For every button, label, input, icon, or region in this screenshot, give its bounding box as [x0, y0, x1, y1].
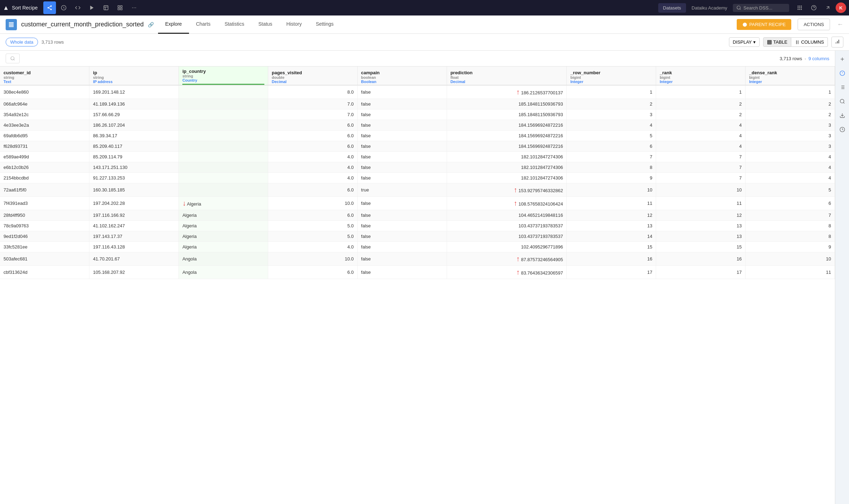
parent-recipe-button[interactable]: PARENT RECIPE [737, 19, 792, 30]
col-meaning-campain[interactable]: Boolean [361, 80, 443, 84]
data-table-wrapper[interactable]: customer_id string Text ip string IP add… [0, 67, 835, 504]
table-cell: 10.0 [268, 252, 357, 266]
nav-play-icon[interactable] [86, 1, 98, 14]
table-cell: 3 [746, 131, 835, 141]
table-cell: 3 [567, 109, 656, 120]
columns-view-button[interactable]: COLUMNS [791, 37, 828, 47]
nav-share-icon[interactable] [43, 1, 56, 14]
sidebar-clock-icon[interactable] [837, 124, 848, 135]
table-cell: 197.116.43.128 [89, 242, 179, 252]
col-meaning-customer_id[interactable]: Text [4, 80, 86, 84]
table-row: 354a92e12c157.66.66.297.0false185.184811… [0, 109, 835, 120]
table-cell: e589ae499d [0, 152, 89, 162]
table-cell: false [357, 242, 447, 252]
dataset-link-icon[interactable]: 🔗 [148, 22, 154, 27]
table-cell: 6.0 [268, 183, 357, 197]
tab-explore[interactable]: Explore [158, 15, 189, 34]
col-header-campain[interactable]: campain boolean Boolean [357, 67, 447, 85]
table-cell: 5 [746, 183, 835, 197]
col-header-ip[interactable]: ip string IP address [89, 67, 179, 85]
sort-arrow-up: ↑ [516, 88, 520, 96]
sidebar-list-icon[interactable] [837, 82, 848, 93]
table-cell: false [357, 109, 447, 120]
table-icon [767, 40, 772, 45]
table-view-button[interactable]: TABLE [763, 37, 791, 47]
table-cell: 1 [567, 85, 656, 99]
table-cell: false [357, 162, 447, 173]
nav-apps-icon[interactable] [793, 1, 806, 14]
table-header: customer_id string Text ip string IP add… [0, 67, 835, 85]
col-header-customer_id[interactable]: customer_id string Text [0, 67, 89, 85]
nav-help-icon[interactable] [807, 1, 820, 14]
svg-line-44 [14, 59, 15, 61]
svg-rect-17 [799, 6, 800, 7]
col-type-pages_visited: double [272, 75, 354, 80]
sidebar-search-icon[interactable] [837, 96, 848, 107]
table-cell: ↑ 87.87573246564905 [447, 252, 567, 266]
whole-data-button[interactable]: Whole data [6, 38, 38, 46]
nav-arrow-icon[interactable] [822, 1, 834, 14]
col-meaning-_dense_rank[interactable]: Integer [749, 80, 831, 84]
table-row: 78c9a0976341.102.162.247Algeria5.0false1… [0, 221, 835, 231]
nav-grid-icon[interactable] [114, 1, 126, 14]
table-cell: 4 [746, 173, 835, 183]
tab-history[interactable]: History [279, 15, 309, 34]
col-header-_rank[interactable]: _rank bigint Integer [656, 67, 746, 85]
col-meaning-ip[interactable]: IP address [93, 80, 175, 84]
sidebar-download-icon[interactable] [837, 110, 848, 121]
filter-search-box[interactable] [6, 53, 20, 63]
table-cell: 12 [567, 210, 656, 221]
chart-button[interactable] [831, 37, 843, 48]
tab-settings[interactable]: Settings [309, 15, 341, 34]
col-header-_dense_rank[interactable]: _dense_rank bigint Integer [746, 67, 835, 85]
table-cell: 3 [746, 141, 835, 152]
back-button[interactable]: ← [837, 21, 843, 28]
display-button[interactable]: DISPLAY ▾ [729, 37, 760, 47]
col-header-ip_country[interactable]: ip_country string Country [179, 67, 268, 85]
col-meaning-_row_number[interactable]: Integer [570, 80, 652, 84]
col-meaning-ip_country[interactable]: Country [182, 78, 264, 82]
col-meaning-prediction[interactable]: Decimal [451, 80, 563, 84]
table-cell: 7 [656, 152, 746, 162]
table-row: e589ae499d85.209.114.794.0false182.10128… [0, 152, 835, 162]
datasets-nav-item[interactable]: Datasets [658, 3, 686, 13]
col-name-customer_id: customer_id [4, 70, 86, 75]
right-sidebar [835, 51, 849, 504]
nav-file-icon[interactable] [100, 1, 112, 14]
col-meaning-_rank[interactable]: Integer [660, 80, 742, 84]
search-bar[interactable]: Search DSS... [733, 4, 789, 12]
col-header-prediction[interactable]: prediction float Decimal [447, 67, 567, 85]
table-cell: 182.1012847274306 [447, 162, 567, 173]
tab-status[interactable]: Status [251, 15, 279, 34]
col-meaning-pages_visited[interactable]: Decimal [272, 80, 354, 84]
table-cell: 7 [656, 173, 746, 183]
tab-statistics[interactable]: Statistics [218, 15, 251, 34]
table-row: 308ec4e860169.201.148.128.0false↑ 186.21… [0, 85, 835, 99]
sidebar-plus-icon[interactable] [837, 53, 848, 65]
table-cell: false [357, 210, 447, 221]
dataset-icon [6, 19, 17, 30]
nav-more-icon[interactable]: ··· [128, 1, 140, 14]
col-header-pages_visited[interactable]: pages_visited double Decimal [268, 67, 357, 85]
nav-code-icon[interactable] [71, 1, 84, 14]
table-cell: 33fc5281ee [0, 242, 89, 252]
actions-button[interactable]: ACTIONS [798, 19, 830, 30]
table-cell: 4.0 [268, 173, 357, 183]
tab-charts[interactable]: Charts [189, 15, 218, 34]
table-cell [179, 120, 268, 131]
table-cell: 7 [567, 152, 656, 162]
table-area[interactable]: 3,713 rows · 9 columns customer_id strin… [0, 51, 835, 504]
svg-point-56 [840, 99, 844, 103]
sidebar-info-icon[interactable] [837, 68, 848, 79]
col-header-_row_number[interactable]: _row_number bigint Integer [567, 67, 656, 85]
table-cell: 2 [746, 99, 835, 109]
table-cell: 4 [656, 120, 746, 131]
table-cell: 11 [746, 266, 835, 279]
nav-circle-icon[interactable] [57, 1, 70, 14]
table-cell: 160.30.185.185 [89, 183, 179, 197]
user-avatar[interactable]: K [836, 2, 846, 13]
svg-point-32 [743, 23, 747, 27]
table-cell: Algeria [179, 210, 268, 221]
table-cell [179, 173, 268, 183]
table-cell: 185.18481150936793 [447, 99, 567, 109]
